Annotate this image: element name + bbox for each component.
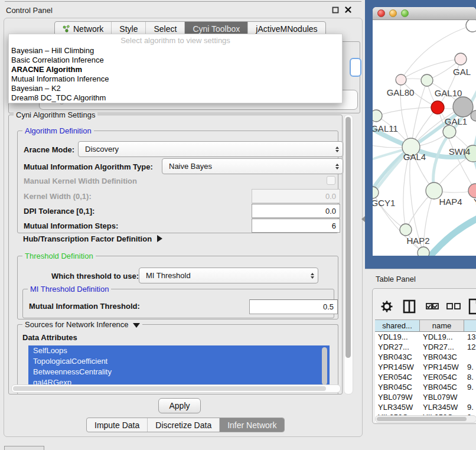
tab-label: Impute Data (94, 420, 139, 430)
algorithm-dropdown-popup: Select algorithm to view settingsBayesia… (8, 34, 343, 103)
which-threshold-combo[interactable]: MI Threshold (139, 268, 318, 283)
table-cell: YER054C (375, 372, 420, 382)
network-node[interactable] (418, 247, 429, 256)
gear-icon[interactable] (382, 301, 393, 312)
algorithm-option-aracne-algorithm[interactable]: ARACNE Algorithm (9, 65, 342, 74)
table-row[interactable]: YDR27...YDR27...12 (375, 342, 476, 352)
which-threshold-value: MI Threshold (146, 271, 191, 280)
tab-discretize-data[interactable]: Discretize Data (147, 418, 219, 432)
table-row[interactable]: YDL19...YDL19...13 (375, 332, 476, 342)
table-panel-title: Table Panel (376, 275, 416, 283)
attr-list-scrollbar[interactable] (322, 347, 327, 385)
table-cell: YDL19... (420, 332, 464, 342)
threshold-definition-group: Threshold Definition Which threshold to … (17, 256, 338, 319)
settings-vscrollbar[interactable] (344, 115, 353, 394)
algorithm-option-dream8-dc-tdc-algorithm[interactable]: Dream8 DC_TDC Algorithm (9, 93, 342, 103)
cyni-bottom-tabbar: Impute DataDiscretize DataInfer Network (86, 418, 285, 432)
tab-infer-network[interactable]: Infer Network (219, 418, 284, 432)
algorithm-definition-title: Algorithm Definition (22, 126, 94, 135)
algorithm-option-bayesian-k2[interactable]: Bayesian – K2 (9, 84, 342, 93)
sources-title[interactable]: Sources for Network Inference (22, 320, 142, 329)
table-cell (464, 392, 476, 402)
float-window-icon[interactable] (332, 6, 339, 14)
network-node-swi4[interactable] (443, 125, 456, 138)
table-row[interactable]: YBL079WYBL079W (375, 392, 476, 402)
network-window-titlebar[interactable] (373, 7, 476, 20)
algorithm-option-mutual-information-inference[interactable]: Mutual Information Inference (9, 74, 342, 84)
document-icon[interactable] (470, 299, 476, 314)
table-row[interactable]: YBR043CYBR043C (375, 352, 476, 362)
attribute-item-betweennesscentrality[interactable]: BetweennessCentrality (28, 367, 330, 377)
network-desktop: GALGAL80GAL10GAL1GAL11SWI4GAL4GCY1HAP4YH… (365, 0, 476, 269)
table-cell: YBR043C (420, 352, 464, 362)
network-edge (376, 107, 438, 116)
table-cell (464, 352, 476, 362)
column-header-a[interactable]: A (464, 319, 476, 332)
network-node-label: GAL11 (373, 123, 398, 133)
network-node-gal11[interactable] (373, 110, 382, 122)
table-cell: YDR27... (420, 342, 464, 352)
apply-button[interactable]: Apply (158, 398, 201, 413)
zoom-traffic-light-icon[interactable] (401, 9, 409, 17)
table-cell: YBL079W (420, 392, 464, 402)
network-node-y[interactable] (468, 184, 476, 198)
manual-kernel-width-label: Manual Kernel Width Definition (24, 177, 137, 185)
algorithm-option-bayesian-hill-climbing[interactable]: Bayesian – Hill Climbing (9, 46, 342, 56)
combo-stepper-icon (335, 146, 343, 152)
tab-impute-data[interactable]: Impute Data (87, 418, 147, 432)
mi-threshold-group-title: MI Threshold Definition (28, 285, 111, 294)
algorithm-dropdown-placeholder: Select algorithm to view settings (9, 34, 342, 46)
combo-stepper-icon (335, 164, 343, 169)
combo-stepper-icon (311, 273, 318, 279)
table-row[interactable]: YER054CYER054C8. (375, 372, 476, 382)
network-node-gal[interactable] (455, 53, 467, 65)
dpi-tolerance-field[interactable]: 0.0 (252, 204, 340, 218)
algorithm-option-basic-correlation-inference[interactable]: Basic Correlation Inference (9, 56, 342, 65)
network-node-gal10[interactable] (421, 74, 433, 86)
table-row[interactable]: YBR045CYBR045C9. (375, 382, 476, 392)
column-header-name[interactable]: name (420, 319, 464, 332)
close-traffic-light-icon[interactable] (377, 9, 385, 17)
deselect-all-checks-icon[interactable] (447, 304, 460, 309)
mi-steps-label: Mutual Information Steps: (24, 221, 118, 230)
close-icon[interactable] (344, 6, 352, 14)
network-node-hap2[interactable] (400, 224, 412, 236)
network-node-label: GAL4 (403, 152, 426, 162)
table-cell: 9. (464, 382, 476, 392)
manual-kernel-width-checkbox[interactable] (327, 176, 335, 185)
minimize-traffic-light-icon[interactable] (389, 9, 397, 17)
attribute-item-topologicalcoefficient[interactable]: TopologicalCoefficient (28, 356, 330, 367)
mi-threshold-field[interactable]: 0.5 (249, 299, 338, 314)
window-top-border (5, 1, 361, 2)
columns-icon[interactable] (404, 301, 415, 312)
kernel-width-field[interactable]: 0.0 (252, 189, 340, 203)
network-view-window[interactable]: GALGAL80GAL10GAL1GAL11SWI4GAL4GCY1HAP4YH… (373, 7, 476, 256)
attribute-item-selfloops[interactable]: SelfLoops (28, 345, 330, 356)
network-canvas[interactable]: GALGAL80GAL10GAL1GAL11SWI4GAL4GCY1HAP4YH… (373, 20, 476, 256)
screen: Control Panel NetworkStyleSelectCyni Too… (0, 0, 476, 450)
aracne-mode-combo[interactable]: Discovery (78, 141, 343, 157)
tab-label: Cyni Toolbox (193, 24, 240, 34)
select-all-checks-icon[interactable] (426, 304, 438, 309)
table-cell: YBR045C (375, 382, 420, 392)
table-row[interactable]: YLR345WYLR345W9. (375, 402, 476, 412)
algorithm-combo-focus-fragment[interactable] (350, 58, 361, 77)
settings-hscrollbar[interactable] (11, 384, 341, 393)
column-header-shared[interactable]: shared... (375, 319, 420, 332)
mi-algorithm-type-combo[interactable]: Naive Bayes (162, 158, 343, 174)
mi-steps-field[interactable]: 6 (252, 219, 340, 233)
data-attributes-list[interactable]: SelfLoopsTopologicalCoefficientBetweenne… (28, 345, 330, 388)
table-cell: 8. (464, 372, 476, 382)
network-node[interactable] (453, 97, 473, 117)
network-node-gal80[interactable] (396, 74, 406, 85)
hub-definition-expander[interactable]: Hub/Transcription Factor Definition (23, 233, 162, 244)
table-hscrollbar[interactable] (375, 415, 476, 423)
algorithm-definition-group: Algorithm Definition Aracne Mode: Discov… (17, 131, 338, 233)
network-node-gal1[interactable] (431, 101, 444, 114)
network-node[interactable] (466, 20, 476, 32)
aracne-mode-value: Discovery (85, 145, 119, 154)
tab-label: Select (154, 24, 177, 34)
bottom-partial-widget (4, 446, 44, 450)
data-attributes-label: Data Attributes (22, 333, 77, 342)
table-row[interactable]: YPR145WYPR145W9. (375, 362, 476, 372)
